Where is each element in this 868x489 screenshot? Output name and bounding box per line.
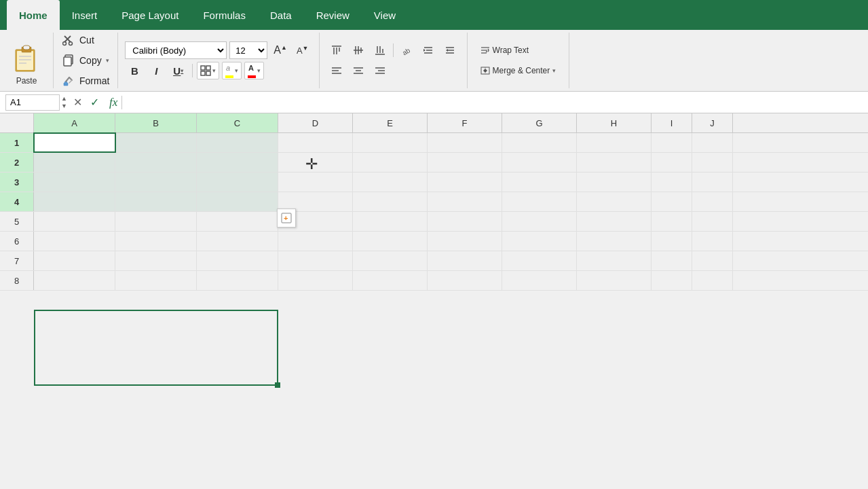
cell-c3[interactable] xyxy=(197,173,278,192)
cell-f4[interactable] xyxy=(428,192,502,211)
cell-j7[interactable] xyxy=(692,251,733,270)
cell-i1[interactable] xyxy=(652,133,692,152)
tab-formulas[interactable]: Formulas xyxy=(191,0,258,30)
cell-e1[interactable] xyxy=(353,133,428,152)
italic-button[interactable]: I xyxy=(147,62,166,79)
row-header-3[interactable]: 3 xyxy=(0,173,34,192)
row-header-6[interactable]: 6 xyxy=(0,232,34,251)
col-header-c[interactable]: C xyxy=(197,113,278,132)
cell-g1[interactable] xyxy=(502,133,577,152)
paste-options-button[interactable]: + xyxy=(277,209,296,228)
cut-button[interactable]: Cut xyxy=(59,32,112,48)
bold-button[interactable]: B xyxy=(125,62,144,79)
cell-d1[interactable] xyxy=(278,133,353,152)
cell-b3[interactable] xyxy=(115,173,197,192)
cell-a4[interactable] xyxy=(34,192,115,211)
border-button[interactable]: ▾ xyxy=(197,62,219,79)
row-header-1[interactable]: 1 xyxy=(0,133,34,152)
align-middle-button[interactable] xyxy=(348,41,369,59)
cell-b6[interactable] xyxy=(115,232,197,251)
font-grow-button[interactable]: A▲ xyxy=(270,42,290,58)
cell-g5[interactable] xyxy=(502,212,577,231)
cell-c4[interactable] xyxy=(197,192,278,211)
cell-e6[interactable] xyxy=(353,232,428,251)
cell-f6[interactable] xyxy=(428,232,502,251)
font-color-button[interactable]: A ▾ xyxy=(244,62,264,79)
row-header-7[interactable]: 7 xyxy=(0,251,34,270)
cell-d7[interactable] xyxy=(278,251,353,270)
tab-data[interactable]: Data xyxy=(258,0,304,30)
col-header-e[interactable]: E xyxy=(353,113,428,132)
cell-c5[interactable] xyxy=(197,212,278,231)
cell-e5[interactable] xyxy=(353,212,428,231)
cell-e8[interactable] xyxy=(353,271,428,290)
align-left-button[interactable] xyxy=(326,62,347,79)
cell-g6[interactable] xyxy=(502,232,577,251)
cell-a7[interactable] xyxy=(34,251,115,270)
cell-e3[interactable] xyxy=(353,173,428,192)
row-header-4[interactable]: 4 xyxy=(0,192,34,211)
name-box[interactable]: A1 xyxy=(5,94,60,111)
cell-b4[interactable] xyxy=(115,192,197,211)
indent-button[interactable] xyxy=(418,41,438,59)
align-right-button[interactable] xyxy=(370,62,390,79)
cell-d8[interactable] xyxy=(278,271,353,290)
cell-b7[interactable] xyxy=(115,251,197,270)
cell-i3[interactable] xyxy=(652,173,692,192)
col-header-f[interactable]: F xyxy=(428,113,502,132)
format-painter-button[interactable]: Format xyxy=(59,73,112,89)
cell-e4[interactable] xyxy=(353,192,428,211)
cell-j3[interactable] xyxy=(692,173,733,192)
merge-center-button[interactable]: Merge & Center ▾ xyxy=(474,63,563,78)
cell-h6[interactable] xyxy=(577,232,652,251)
row-header-5[interactable]: 5 xyxy=(0,212,34,231)
cell-i5[interactable] xyxy=(652,212,692,231)
tab-home[interactable]: Home xyxy=(7,0,60,30)
cell-h7[interactable] xyxy=(577,251,652,270)
cell-b8[interactable] xyxy=(115,271,197,290)
cell-h4[interactable] xyxy=(577,192,652,211)
font-name-select[interactable]: Calibri (Body) xyxy=(125,41,227,59)
cell-j4[interactable] xyxy=(692,192,733,211)
cell-j8[interactable] xyxy=(692,271,733,290)
formula-confirm-button[interactable]: ✓ xyxy=(88,96,101,109)
cell-b5[interactable] xyxy=(115,212,197,231)
paste-button[interactable] xyxy=(11,42,42,75)
wrap-text-button[interactable]: Wrap Text xyxy=(474,43,563,58)
col-header-d[interactable]: D xyxy=(278,113,353,132)
cell-d2[interactable] xyxy=(278,153,353,172)
cell-g8[interactable] xyxy=(502,271,577,290)
cell-j6[interactable] xyxy=(692,232,733,251)
tab-view[interactable]: View xyxy=(362,0,408,30)
formula-cancel-button[interactable]: ✕ xyxy=(71,96,84,109)
cell-f1[interactable] xyxy=(428,133,502,152)
cell-d3[interactable] xyxy=(278,173,353,192)
cell-e2[interactable] xyxy=(353,153,428,172)
cell-g7[interactable] xyxy=(502,251,577,270)
align-bottom-button[interactable] xyxy=(370,41,390,59)
underline-button[interactable]: U ▾ xyxy=(168,62,188,79)
align-top-button[interactable] xyxy=(326,41,347,59)
cell-j2[interactable] xyxy=(692,153,733,172)
cell-f7[interactable] xyxy=(428,251,502,270)
cell-c2[interactable] xyxy=(197,153,278,172)
cell-c7[interactable] xyxy=(197,251,278,270)
copy-dropdown-arrow[interactable]: ▾ xyxy=(106,57,109,64)
cell-j5[interactable] xyxy=(692,212,733,231)
col-header-b[interactable]: B xyxy=(115,113,197,132)
cell-a5[interactable] xyxy=(34,212,115,231)
cell-i4[interactable] xyxy=(652,192,692,211)
cell-b2[interactable] xyxy=(115,153,197,172)
font-shrink-button[interactable]: A▼ xyxy=(293,43,312,58)
nav-arrow-up[interactable]: ▲ xyxy=(61,95,67,103)
col-header-a[interactable]: A xyxy=(34,113,115,132)
font-size-select[interactable]: 12 xyxy=(229,41,267,59)
cell-c1[interactable] xyxy=(197,133,278,152)
cell-i8[interactable] xyxy=(652,271,692,290)
col-header-j[interactable]: J xyxy=(692,113,733,132)
cell-f2[interactable] xyxy=(428,153,502,172)
formula-input[interactable] xyxy=(126,96,863,109)
cell-a2[interactable] xyxy=(34,153,115,172)
tab-page-layout[interactable]: Page Layout xyxy=(109,0,191,30)
cell-h5[interactable] xyxy=(577,212,652,231)
